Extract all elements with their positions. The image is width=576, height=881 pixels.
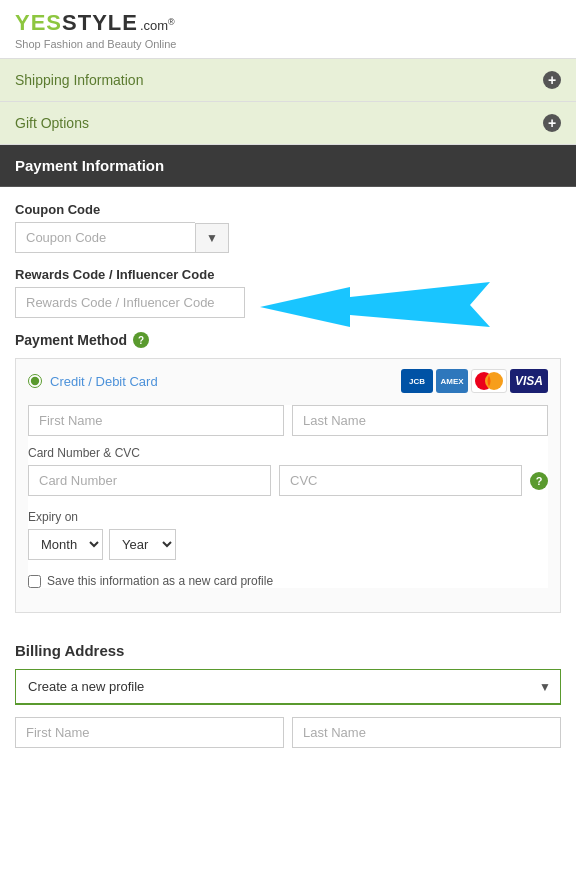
- billing-profile-wrapper: Create a new profile ▼: [15, 669, 561, 705]
- payment-method-box: Credit / Debit Card JCB AMEX VISA: [15, 358, 561, 613]
- amex-icon: AMEX: [436, 369, 468, 393]
- coupon-input[interactable]: [15, 222, 195, 253]
- header: YES STYLE .com® Shop Fashion and Beauty …: [0, 0, 576, 59]
- year-select[interactable]: Year 202420252026 202720282029 2030: [109, 529, 176, 560]
- tagline: Shop Fashion and Beauty Online: [15, 38, 561, 50]
- payment-option-row: Credit / Debit Card JCB AMEX VISA: [28, 369, 548, 393]
- payment-method-help-icon[interactable]: ?: [133, 332, 149, 348]
- coupon-group: Coupon Code ▼: [15, 202, 561, 253]
- coupon-label: Coupon Code: [15, 202, 561, 217]
- payment-method-label: Payment Method: [15, 332, 127, 348]
- billing-name-row: [15, 717, 561, 748]
- payment-method-group: Payment Method ? Credit / Debit Card JCB…: [15, 332, 561, 613]
- payment-header: Payment Information: [0, 145, 576, 187]
- billing-profile-select[interactable]: Create a new profile: [15, 669, 561, 705]
- svg-marker-0: [260, 282, 490, 327]
- logo: YES STYLE .com®: [15, 10, 561, 36]
- card-cvc-label: Card Number & CVC: [28, 446, 548, 460]
- card-cvc-group: Card Number & CVC ?: [28, 446, 548, 496]
- payment-title: Payment Information: [15, 157, 164, 174]
- payment-method-header: Payment Method ?: [15, 332, 561, 348]
- shipping-section[interactable]: Shipping Information +: [0, 59, 576, 102]
- rewards-group: Rewards Code / Influencer Code: [15, 267, 561, 318]
- coupon-row: ▼: [15, 222, 561, 253]
- expiry-label: Expiry on: [28, 510, 548, 524]
- billing-title: Billing Address: [15, 642, 561, 659]
- rewards-input-wrapper: [15, 287, 245, 318]
- jcb-icon: JCB: [401, 369, 433, 393]
- gift-section[interactable]: Gift Options +: [0, 102, 576, 145]
- logo-style: STYLE: [62, 10, 138, 36]
- visa-icon: VISA: [510, 369, 548, 393]
- card-form: Card Number & CVC ? Expiry on Month 0102…: [28, 405, 548, 588]
- card-number-input[interactable]: [28, 465, 271, 496]
- last-name-input[interactable]: [292, 405, 548, 436]
- logo-yes: YES: [15, 10, 62, 36]
- shipping-title: Shipping Information: [15, 72, 143, 88]
- gift-title: Gift Options: [15, 115, 89, 131]
- payment-content: Coupon Code ▼ Rewards Code / Influencer …: [0, 187, 576, 642]
- gift-expand-icon[interactable]: +: [543, 114, 561, 132]
- rewards-input[interactable]: [15, 287, 245, 318]
- billing-section: Billing Address Create a new profile ▼: [0, 642, 576, 763]
- payment-option-left: Credit / Debit Card: [28, 374, 158, 389]
- expiry-row: Month 010203 040506 070809 101112 Year 2…: [28, 529, 548, 560]
- logo-com: .com®: [140, 17, 175, 33]
- save-card-row: Save this information as a new card prof…: [28, 574, 548, 588]
- name-row: [28, 405, 548, 436]
- credit-debit-label: Credit / Debit Card: [50, 374, 158, 389]
- card-icons: JCB AMEX VISA: [401, 369, 548, 393]
- month-select[interactable]: Month 010203 040506 070809 101112: [28, 529, 103, 560]
- save-card-label: Save this information as a new card prof…: [47, 574, 273, 588]
- first-name-input[interactable]: [28, 405, 284, 436]
- billing-first-name-input[interactable]: [15, 717, 284, 748]
- card-cvc-row: ?: [28, 465, 548, 496]
- rewards-label: Rewards Code / Influencer Code: [15, 267, 561, 282]
- save-card-checkbox[interactable]: [28, 575, 41, 588]
- mastercard-icon: [471, 369, 507, 393]
- credit-debit-radio[interactable]: [28, 374, 42, 388]
- cvc-input[interactable]: [279, 465, 522, 496]
- shipping-expand-icon[interactable]: +: [543, 71, 561, 89]
- expiry-group: Expiry on Month 010203 040506 070809 101…: [28, 510, 548, 560]
- coupon-dropdown-button[interactable]: ▼: [195, 223, 229, 253]
- cvc-help-icon[interactable]: ?: [530, 472, 548, 490]
- billing-last-name-input[interactable]: [292, 717, 561, 748]
